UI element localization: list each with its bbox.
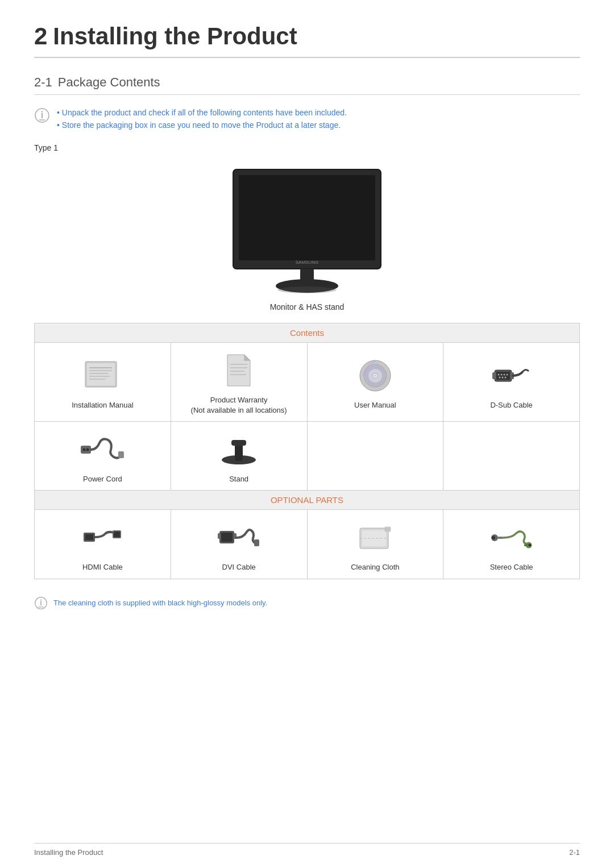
- optional-header-cell: OPTIONAL PARTS: [35, 491, 580, 510]
- svg-rect-5: [239, 175, 375, 260]
- footer-right: 2-1: [569, 848, 580, 857]
- monitor-caption: Monitor & HAS stand: [34, 302, 580, 312]
- chapter-title: Installing the Product: [53, 23, 297, 49]
- monitor-image-container: SAMSUNG: [34, 164, 580, 297]
- svg-rect-52: [218, 533, 221, 539]
- dsub-cable-image: [449, 356, 574, 396]
- svg-rect-37: [492, 372, 496, 379]
- chapter-header: 2Installing the Product: [34, 23, 580, 58]
- notes-text: • Unpack the product and check if all of…: [57, 106, 347, 132]
- svg-rect-39: [81, 446, 91, 454]
- contents-header-row: Contents: [35, 323, 580, 342]
- footer-left: Installing the Product: [34, 848, 103, 857]
- dsub-cable-label: D-Sub Cable: [449, 400, 574, 410]
- hdmi-cable-label: HDMI Cable: [40, 562, 165, 572]
- user-manual-image: [313, 356, 438, 396]
- hdmi-cable-cell: HDMI Cable: [35, 510, 171, 579]
- dvi-cable-cell: DVI Cable: [171, 510, 307, 579]
- svg-rect-51: [221, 533, 233, 542]
- cleaning-cloth-label: Cleaning Cloth: [313, 562, 438, 572]
- svg-point-35: [501, 377, 503, 379]
- contents-header-cell: Contents: [35, 323, 580, 342]
- stand-image: [177, 430, 301, 470]
- product-warranty-cell: Product Warranty (Not available in all l…: [171, 342, 307, 421]
- installation-manual-image: [40, 356, 165, 396]
- footer-note-text: The cleaning cloth is supplied with blac…: [53, 599, 267, 607]
- contents-row2: Power Cord Stand: [35, 422, 580, 491]
- svg-point-63: [492, 536, 495, 539]
- stand-cell: Stand: [171, 422, 307, 491]
- svg-point-69: [40, 599, 42, 600]
- optional-header-row: OPTIONAL PARTS: [35, 491, 580, 510]
- svg-point-41: [86, 448, 89, 451]
- svg-rect-47: [85, 534, 93, 540]
- svg-rect-29: [496, 372, 510, 380]
- product-warranty-label: Product Warranty (Not available in all l…: [177, 395, 301, 416]
- svg-rect-58: [385, 527, 391, 531]
- footer-note-block: The cleaning cloth is supplied with blac…: [34, 596, 580, 610]
- svg-point-31: [500, 374, 502, 376]
- empty-cell-2: [443, 422, 580, 491]
- svg-rect-11: [87, 363, 115, 385]
- svg-point-33: [506, 374, 508, 376]
- svg-point-36: [504, 377, 506, 379]
- svg-point-30: [497, 374, 499, 376]
- svg-point-32: [503, 374, 505, 376]
- installation-manual-cell: Installation Manual: [35, 342, 171, 421]
- dvi-cable-label: DVI Cable: [177, 562, 301, 572]
- dvi-cable-image: [177, 518, 301, 558]
- contents-images-row: Installation Manual Product Warranty: [35, 342, 580, 421]
- footer-note-icon: [34, 596, 48, 610]
- svg-rect-42: [118, 451, 124, 458]
- user-manual-cell: User Manual: [307, 342, 443, 421]
- user-manual-label: User Manual: [313, 400, 438, 410]
- svg-rect-49: [114, 531, 120, 537]
- note-line-1: • Unpack the product and check if all of…: [57, 106, 347, 119]
- stereo-cable-cell: Stereo Cable: [443, 510, 580, 579]
- svg-point-9: [277, 286, 337, 293]
- optional-images-row: HDMI Cable: [35, 510, 580, 579]
- stand-label: Stand: [177, 474, 301, 484]
- note-icon: [34, 107, 50, 123]
- section-number: 2-1: [34, 75, 52, 90]
- contents-table: Contents Installation Ma: [34, 323, 580, 579]
- svg-point-66: [529, 543, 532, 546]
- empty-cell-1: [307, 422, 443, 491]
- page-footer: Installing the Product 2-1: [34, 843, 580, 857]
- cleaning-cloth-image: [313, 518, 438, 558]
- power-cord-cell: Power Cord: [35, 422, 171, 491]
- svg-marker-18: [244, 355, 250, 360]
- monitor-image: SAMSUNG: [216, 164, 398, 294]
- dsub-cable-cell: D-Sub Cable: [443, 342, 580, 421]
- hdmi-cable-image: [40, 518, 165, 558]
- stereo-cable-image: [449, 518, 574, 558]
- note-line-2: • Store the packaging box in case you ne…: [57, 119, 347, 131]
- power-cord-label: Power Cord: [40, 474, 165, 484]
- notes-block: • Unpack the product and check if all of…: [34, 106, 580, 132]
- svg-point-34: [499, 377, 500, 379]
- power-cord-image: [40, 430, 165, 470]
- type-label: Type 1: [34, 143, 580, 152]
- section-header: 2-1 Package Contents: [34, 75, 580, 95]
- svg-rect-54: [254, 539, 259, 546]
- installation-manual-label: Installation Manual: [40, 400, 165, 410]
- svg-point-2: [42, 111, 43, 112]
- svg-text:SAMSUNG: SAMSUNG: [296, 260, 318, 265]
- svg-point-27: [374, 375, 376, 377]
- product-warranty-image: [177, 351, 301, 391]
- svg-point-40: [83, 448, 86, 451]
- svg-rect-45: [231, 440, 246, 446]
- stereo-cable-label: Stereo Cable: [449, 562, 574, 572]
- chapter-number: 2: [34, 23, 47, 49]
- cleaning-cloth-cell: Cleaning Cloth: [307, 510, 443, 579]
- section-title: Package Contents: [58, 75, 160, 90]
